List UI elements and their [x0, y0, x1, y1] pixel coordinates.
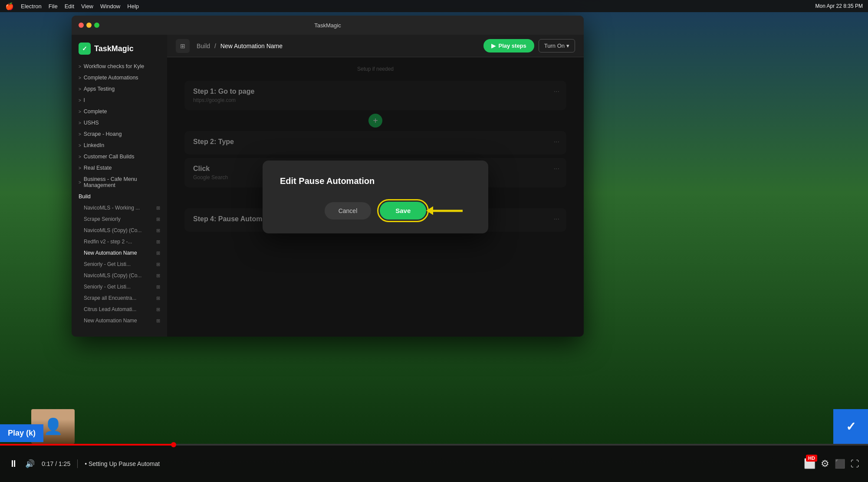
toolbar: ⊞ Build / New Automation Name ▶ Play ste… [167, 35, 584, 57]
video-title: • Setting Up Pause Automat [85, 460, 160, 467]
sidebar-item-20[interactable]: Scrape all Encuentra...⊞ [72, 292, 167, 304]
edit-pause-modal: Edit Pause Automation Cancel Save [263, 161, 488, 233]
traffic-lights [79, 23, 99, 28]
arrow-annotation [432, 210, 463, 212]
pip-button[interactable]: ⬛ [835, 459, 845, 469]
total-time: 1:25 [59, 460, 70, 467]
menubar-electron[interactable]: Electron [21, 3, 42, 10]
sidebar-item-21[interactable]: Citrus Lead Automati...⊞ [72, 304, 167, 315]
sidebar-item-label-15: Redfin v2 - step 2 -... [84, 239, 132, 245]
menubar-view[interactable]: View [81, 3, 93, 10]
fullscreen-button[interactable]: ⛶ [851, 459, 859, 469]
sidebar-item-8[interactable]: >Customer Call Builds [72, 151, 167, 162]
hd-badge: HD [806, 455, 817, 462]
sidebar-item-19[interactable]: Seniorly - Get Listi...⊞ [72, 281, 167, 292]
sidebar-item-pin-14: ⊞ [156, 228, 160, 233]
sidebar-item-label-22: New Automation Name [84, 318, 137, 324]
save-button-wrapper: Save [380, 202, 426, 220]
sidebar-item-label-0: Workflow checks for Kyle [84, 63, 144, 69]
sidebar-item-label-1: Complete Automations [84, 75, 138, 81]
turn-on-button[interactable]: Turn On ▾ [539, 39, 575, 52]
tm-logo-corner: ✓ [833, 409, 868, 444]
play-icon: ▶ [491, 43, 496, 49]
sidebar-item-15[interactable]: Redfin v2 - step 2 -...⊞ [72, 236, 167, 247]
cancel-button[interactable]: Cancel [325, 202, 372, 220]
minimize-button[interactable] [86, 23, 92, 28]
menubar-right: Mon Apr 22 8:35 PM [815, 3, 863, 9]
sidebar-item-5[interactable]: >USHS [72, 117, 167, 128]
menubar-help[interactable]: Help [127, 3, 139, 10]
save-button[interactable]: Save [380, 202, 426, 220]
sidebar-item-label-3: l [84, 97, 85, 103]
app-window: TaskMagic ✓ TaskMagic >Workflow checks f… [72, 16, 584, 337]
modal-actions: Cancel Save [280, 202, 471, 220]
breadcrumb: Build / New Automation Name [197, 43, 283, 49]
breadcrumb-separator: / [214, 43, 216, 49]
settings-button[interactable]: ⚙ [821, 458, 829, 469]
play-steps-button[interactable]: ▶ Play steps [483, 39, 534, 52]
modal-overlay[interactable]: Edit Pause Automation Cancel Save [167, 57, 584, 337]
sidebar-item-18[interactable]: NavicoMLS (Copy) (Co...⊞ [72, 270, 167, 281]
sidebar-item-label-8: Customer Call Builds [84, 154, 135, 160]
sidebar-item-22[interactable]: New Automation Name⊞ [72, 315, 167, 326]
sidebar-item-11[interactable]: Build [72, 191, 167, 202]
sidebar-item-7[interactable]: >LinkedIn [72, 140, 167, 151]
sidebar-item-10[interactable]: >Business - Cafe Menu Management [72, 174, 167, 191]
modal-title: Edit Pause Automation [280, 176, 471, 186]
cc-button-wrapper: ⬜ HD [804, 458, 815, 469]
breadcrumb-current[interactable]: New Automation Name [220, 43, 283, 49]
chevron-icon: > [79, 75, 81, 80]
sidebar-item-3[interactable]: >l [72, 95, 167, 106]
sidebar-item-1[interactable]: >Complete Automations [72, 72, 167, 83]
sidebar-item-label-11: Build [79, 193, 91, 200]
chevron-icon: > [79, 166, 81, 171]
play-pause-button[interactable]: ⏸ [9, 458, 18, 469]
chevron-icon: > [79, 154, 81, 159]
apple-menu[interactable]: 🍎 [5, 2, 14, 10]
video-controls-right: ⬜ HD ⚙ ⬛ ⛶ [804, 458, 859, 469]
sidebar-item-label-4: Complete [84, 108, 107, 115]
chevron-icon: > [79, 121, 81, 125]
close-button[interactable] [79, 23, 84, 28]
sidebar-item-pin-12: ⊞ [156, 205, 160, 211]
sidebar-item-12[interactable]: NavicoMLS - Working ...⊞ [72, 202, 167, 213]
menubar-file[interactable]: File [49, 3, 58, 10]
sidebar-item-pin-17: ⊞ [156, 262, 160, 267]
current-time: 0:17 [42, 460, 53, 467]
sidebar-item-label-10: Business - Cafe Menu Management [84, 176, 160, 188]
sidebar-item-2[interactable]: >Apps Testing [72, 83, 167, 95]
sidebar-item-9[interactable]: >Real Estate [72, 162, 167, 174]
sidebar-item-label-5: USHS [84, 120, 99, 126]
app-body: ✓ TaskMagic >Workflow checks for Kyle>Co… [72, 35, 584, 337]
sidebar-item-pin-19: ⊞ [156, 284, 160, 290]
breadcrumb-root[interactable]: Build [197, 43, 210, 49]
sidebar-item-pin-13: ⊞ [156, 216, 160, 222]
sidebar-item-16[interactable]: New Automation Name⊞ [72, 247, 167, 259]
maximize-button[interactable] [94, 23, 99, 28]
sidebar-item-label-16: New Automation Name [84, 250, 137, 256]
sidebar-items: >Workflow checks for Kyle>Complete Autom… [72, 61, 167, 326]
sidebar-item-label-21: Citrus Lead Automati... [84, 306, 136, 312]
arrow-head [426, 207, 433, 215]
sidebar-item-17[interactable]: Seniorly - Get Listi...⊞ [72, 259, 167, 270]
play-k-overlay[interactable]: Play (k) [0, 424, 43, 442]
menubar-window[interactable]: Window [100, 3, 120, 10]
sidebar-toggle-button[interactable]: ⊞ [176, 39, 190, 53]
dot-separator: • [85, 460, 87, 467]
sidebar-item-label-9: Real Estate [84, 165, 112, 171]
sidebar-item-0[interactable]: >Workflow checks for Kyle [72, 61, 167, 72]
divider [77, 459, 78, 468]
progress-bar[interactable] [0, 444, 868, 446]
chevron-icon: > [79, 143, 81, 148]
volume-button[interactable]: 🔊 [25, 459, 35, 469]
sidebar-item-pin-15: ⊞ [156, 239, 160, 245]
sidebar-item-label-17: Seniorly - Get Listi... [84, 261, 131, 267]
time-separator: / [55, 460, 59, 467]
main-content: Setup if needed Step 1: Go to page https… [167, 57, 584, 337]
sidebar-item-6[interactable]: >Scrape - Hoang [72, 128, 167, 140]
menubar-edit[interactable]: Edit [65, 3, 74, 10]
sidebar-item-label-7: LinkedIn [84, 142, 104, 148]
sidebar-item-13[interactable]: Scrape Seniorly⊞ [72, 213, 167, 225]
sidebar-item-14[interactable]: NavicoMLS (Copy) (Co...⊞ [72, 225, 167, 236]
sidebar-item-4[interactable]: >Complete [72, 106, 167, 117]
